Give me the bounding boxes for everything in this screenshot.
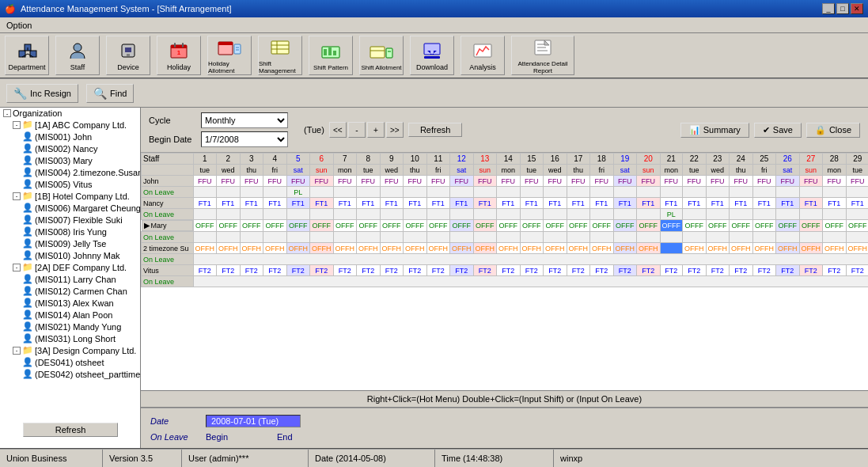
shift-cell[interactable]: OFFF (263, 220, 287, 232)
cycle-select[interactable]: Monthly Weekly (201, 112, 288, 128)
tree-item-mis012[interactable]: 👤(MIS012) Carmen Chan (19, 285, 140, 297)
shift-cell[interactable]: OFFF (217, 220, 241, 232)
shift-cell[interactable]: OFFH (380, 243, 404, 254)
shift-cell[interactable]: OFFF (637, 220, 661, 232)
shift-cell[interactable]: FFU (310, 176, 334, 187)
leave-cell[interactable] (310, 232, 334, 243)
table-row[interactable]: 2 timezone Su OFFH OFFH OFFH OFFH OFFH O… (142, 243, 869, 254)
shift-cell[interactable]: FT1 (473, 198, 497, 209)
table-row[interactable]: On Leave (142, 209, 869, 220)
analysis-btn[interactable]: Analysis (461, 36, 505, 75)
leave-cell[interactable] (846, 187, 868, 198)
tree-item-mis021[interactable]: 👤(MIS021) Mandy Yung (19, 321, 140, 332)
leave-cell[interactable] (473, 232, 497, 243)
leave-cell[interactable] (590, 232, 614, 243)
shift-cell[interactable]: OFFH (730, 243, 753, 254)
shift-cell[interactable]: FT2 (217, 265, 241, 276)
shift-cell[interactable]: FT1 (357, 198, 381, 209)
table-row[interactable]: John FFU FFU FFU FFU FFU FFU FFU FFU FFU… (142, 176, 869, 187)
shift-cell[interactable]: FT2 (752, 265, 776, 276)
leave-cell[interactable] (799, 209, 823, 220)
shift-cell[interactable]: FFU (590, 176, 614, 187)
shift-cell[interactable]: OFFF (497, 220, 521, 232)
leave-cell[interactable] (404, 232, 427, 243)
shift-mgmt-btn[interactable]: Shift Management (258, 36, 302, 75)
shift-cell[interactable]: FFU (333, 176, 357, 187)
shift-cell[interactable]: FT2 (497, 265, 521, 276)
leave-cell[interactable] (730, 209, 753, 220)
find-btn[interactable]: 🔍 Find (86, 84, 134, 103)
tree-expand-root[interactable]: - (3, 109, 11, 117)
leave-cell[interactable] (590, 209, 614, 220)
shift-cell[interactable]: OFFF (193, 220, 217, 232)
shift-cell[interactable]: OFFH (450, 243, 474, 254)
shift-cell[interactable]: FT1 (217, 198, 241, 209)
shift-cell[interactable]: OFFF (776, 220, 800, 232)
leave-cell[interactable] (683, 209, 707, 220)
tree-group-1a-header[interactable]: - 📁 [1A] ABC Company Ltd. (9, 119, 140, 131)
shift-cell[interactable]: FFU (357, 176, 381, 187)
shift-cell[interactable]: FFU (497, 176, 521, 187)
shift-cell[interactable]: FT1 (193, 198, 217, 209)
leave-cell[interactable] (426, 232, 450, 243)
shift-cell-highlighted[interactable]: OFFF (660, 220, 683, 232)
shift-cell[interactable]: FT2 (333, 265, 357, 276)
leave-cell[interactable] (193, 276, 868, 287)
shift-cell[interactable]: FT1 (846, 198, 868, 209)
shift-cell[interactable]: OFFH (357, 243, 381, 254)
leave-cell[interactable] (333, 232, 357, 243)
tree-item-mis010[interactable]: 👤(MIS010) Johnny Mak (19, 249, 140, 261)
shift-cell[interactable]: OFFF (706, 220, 730, 232)
leave-cell[interactable] (193, 232, 217, 243)
shift-cell[interactable]: OFFH (473, 243, 497, 254)
shift-cell[interactable]: FT1 (263, 198, 287, 209)
shift-cell[interactable]: FT1 (660, 198, 683, 209)
shift-cell[interactable]: OFFH (426, 243, 450, 254)
shift-cell[interactable]: FT2 (730, 265, 753, 276)
leave-cell[interactable] (217, 187, 241, 198)
leave-cell[interactable] (497, 187, 521, 198)
leave-cell[interactable] (637, 232, 661, 243)
leave-cell[interactable] (613, 232, 637, 243)
leave-cell[interactable] (426, 209, 450, 220)
begin-date-select[interactable]: 1/7/2008 (201, 131, 288, 147)
leave-cell[interactable] (404, 209, 427, 220)
shift-cell[interactable]: FFU (473, 176, 497, 187)
leave-cell[interactable] (240, 187, 263, 198)
leave-cell[interactable] (683, 232, 707, 243)
shift-cell[interactable]: OFFH (520, 243, 544, 254)
leave-cell[interactable] (263, 187, 287, 198)
shift-cell[interactable]: FT1 (544, 198, 567, 209)
tree-item-des042[interactable]: 👤(DES042) otsheet_parttime (19, 368, 140, 380)
shift-cell[interactable]: FT2 (799, 265, 823, 276)
shift-cell[interactable]: FT1 (706, 198, 730, 209)
sidebar[interactable]: - Organization - 📁 [1A] ABC Company Ltd.… (0, 108, 141, 448)
leave-cell[interactable]: PL (286, 187, 310, 198)
shift-cell[interactable]: FFU (706, 176, 730, 187)
shift-cell[interactable]: OFFH (310, 243, 334, 254)
shift-cell[interactable]: FT2 (286, 265, 310, 276)
shift-cell[interactable]: FT1 (333, 198, 357, 209)
leave-cell[interactable] (660, 232, 683, 243)
shift-cell[interactable]: OFFF (333, 220, 357, 232)
leave-cell[interactable] (846, 232, 868, 243)
tree-expand-1a[interactable]: - (13, 121, 21, 129)
shift-cell[interactable]: OFFF (590, 220, 614, 232)
leave-cell[interactable] (193, 187, 217, 198)
shift-cell[interactable]: FFU (520, 176, 544, 187)
holiday-btn[interactable]: 1 Holiday (157, 36, 201, 75)
shift-cell[interactable]: OFFF (380, 220, 404, 232)
shift-cell[interactable]: OFFF (846, 220, 868, 232)
shift-cell[interactable]: FFU (752, 176, 776, 187)
table-row[interactable]: On Leave (142, 232, 869, 243)
shift-cell[interactable]: FT2 (776, 265, 800, 276)
shift-cell[interactable]: FT1 (426, 198, 450, 209)
leave-cell[interactable] (380, 209, 404, 220)
shift-cell[interactable]: FT1 (520, 198, 544, 209)
leave-cell[interactable] (240, 232, 263, 243)
leave-cell[interactable] (823, 209, 847, 220)
tree-expand-1b[interactable]: - (13, 192, 21, 200)
shift-cell[interactable]: FFU (263, 176, 287, 187)
shift-cell[interactable]: FFU (799, 176, 823, 187)
shift-cell[interactable]: FFU (426, 176, 450, 187)
